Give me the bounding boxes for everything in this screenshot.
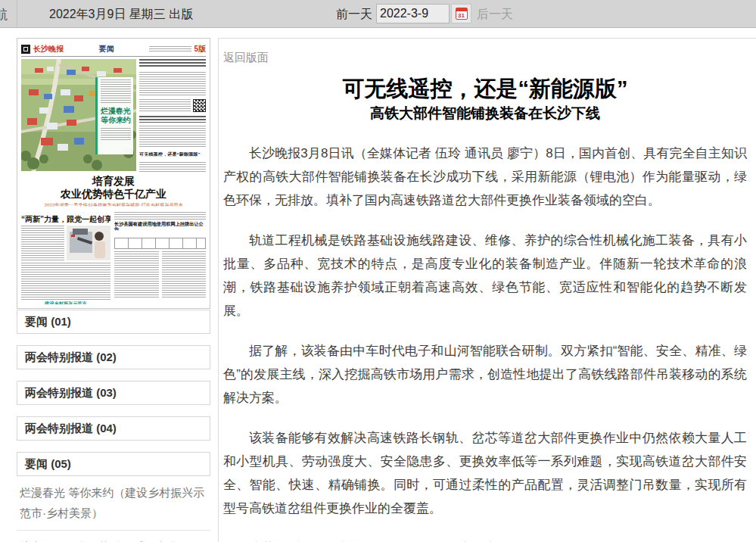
worker-photo [67,226,110,260]
thumbnail-sub-headline: 2022年省委一号文件32条措施为乡村振兴赋能 打造乡村振兴示范市 [21,202,206,207]
thumbnail-left-article: “两新”力量，跟党一起创享幸福 [21,212,110,307]
sidebar-section-lianghui-02[interactable]: 两会特别报道 (02) [17,345,210,369]
calendar-day-number: 31 [458,12,465,19]
thumbnail-second-headline: “两新”力量，跟党一起创享幸福 [21,215,110,224]
notice-table [114,238,206,249]
calendar-icon: 31 [456,8,468,20]
top-bar: 航 2022年3月9日 星期三 出版 前一天 31 后一天 [0,0,756,28]
micro-text-lines [21,263,110,301]
topbar-divider [17,0,17,28]
micro-text-lines [139,162,206,173]
publish-date-label: 2022年3月9日 星期三 出版 [49,7,193,23]
micro-text-lines [149,46,191,52]
micro-text-lines [114,251,159,298]
date-input[interactable] [376,4,450,23]
article-link-lanman-chunguang[interactable]: 烂漫春光 等你来约（建设乡村振兴示范市·乡村美景） [17,476,210,531]
next-day-link[interactable]: 后一天 [477,7,513,23]
article-paragraph: 长沙晚报3月8日讯（全媒体记者 伍玲 通讯员 廖宁）8日，国内首创、具有完全自主… [223,142,747,212]
sidebar-section-lianghui-04[interactable]: 两会特别报道 (04) [17,416,210,441]
sidebar-section-yaowen-01[interactable]: 要闻 (01) [17,310,210,334]
section-label: 两会特别报道 (02) [25,350,117,365]
micro-text-lines [101,79,131,104]
thumbnail-footer-logo: 建设乡村振兴示范市 [21,301,110,304]
back-to-page-link[interactable]: 返回版面 [223,51,269,65]
micro-text-lines [21,226,64,260]
micro-headline-lines [139,59,206,69]
calendar-button[interactable]: 31 [451,4,471,23]
micro-text-lines [114,212,206,221]
nav-fragment-label: 航 [0,6,8,23]
article-panel: 返回版面 可无线遥控，还是“新能源版” 高铁大部件智能铺换装备在长沙下线 长沙晚… [218,38,756,542]
page-thumbnail[interactable]: 长沙晚报 要闻 5版 [17,38,210,309]
section-label: 要闻 (01) [25,315,71,329]
thumbnail-notice-headline: 长沙县国有建设用地使用权网上挂牌出让公告 [114,221,206,230]
photo-inset-card: 烂漫春光 等你来约 [95,77,133,154]
article-body: 长沙晚报3月8日讯（全媒体记者 伍玲 通讯员 廖宁）8日，国内首创、具有完全自主… [223,142,747,542]
article-paragraph: 轨道工程机械是铁路基础设施线路建设、维修、养护的综合性机械化施工装备，具有小批量… [223,229,747,322]
micro-headline-lines [139,116,206,123]
thumbnail-masthead: 长沙晚报 要闻 5版 [21,42,206,57]
micro-text-lines [139,72,206,96]
section-label: 要闻 (05) [25,457,71,472]
article-paragraph: 该装备采用无线遥控同步动作作业技术，实现全程机械化作业，在同工况下，施工人员较行… [223,537,747,542]
micro-text-lines [139,99,191,113]
article-paragraph: 据了解，该装备由中车时代电子和山河智能联合研制。双方紧扣“智能、安全、精准、绿色… [223,339,747,410]
thumbnail-notice-block: 长沙县国有建设用地使用权网上挂牌出让公告 [114,212,206,307]
sidebar: 长沙晚报 要闻 5版 [17,38,210,542]
prev-day-link[interactable]: 前一天 [336,7,372,23]
section-label: 两会特别报道 (04) [25,422,117,436]
thumbnail-body: 烂漫春光 等你来约 可无线遥控，还是“新能源版” [21,57,206,307]
photo-card-title-line1: 烂漫春光 [101,107,131,115]
sidebar-section-yaowen-05[interactable]: 要闻 (05) [17,452,210,476]
thumbnail-section-label: 要闻 [99,44,114,55]
micro-text-lines [162,251,207,298]
qr-code-icon [193,99,206,112]
section-label: 两会特别报道 (03) [25,386,117,400]
newspaper-logo-icon [21,45,30,54]
micro-text-lines [139,126,206,148]
sidebar-section-lianghui-03[interactable]: 两会特别报道 (03) [17,381,210,405]
thumbnail-current-article-headline: 可无线遥控，还是“新能源版” [139,151,206,156]
page-number-label: 5版 [194,44,206,55]
page-section-list: 要闻 (01) 两会特别报道 (02) 两会特别报道 (03) 两会特别报道 (… [17,310,210,542]
article-subtitle: 高铁大部件智能铺换装备在长沙下线 [223,104,747,123]
aerial-photo: 烂漫春光 等你来约 [21,59,136,171]
micro-text-lines [101,128,131,142]
article-paragraph: 该装备能够有效解决高速铁路长钢轨、岔芯等道岔大部件更换作业中仍然依赖大量人工和小… [223,426,747,520]
thumbnail-main-headline-2: 农业优势特色千亿产业 [21,188,206,201]
thumbnail-right-column: 可无线遥控，还是“新能源版” [139,59,206,173]
article-link-peiyu-fazhan[interactable]: 培育发展农业优势特色千亿产业 [17,531,210,542]
thumbnail-main-headline-1: 培育发展 [21,175,206,188]
photo-card-title: 烂漫春光 等你来约 [101,107,131,125]
thumbnail-masthead-meta: 5版 [149,44,206,55]
photo-card-title-line2: 等你来约 [101,116,131,124]
article-title: 可无线遥控，还是“新能源版” [223,76,747,101]
newspaper-brand: 长沙晚报 [33,45,64,54]
